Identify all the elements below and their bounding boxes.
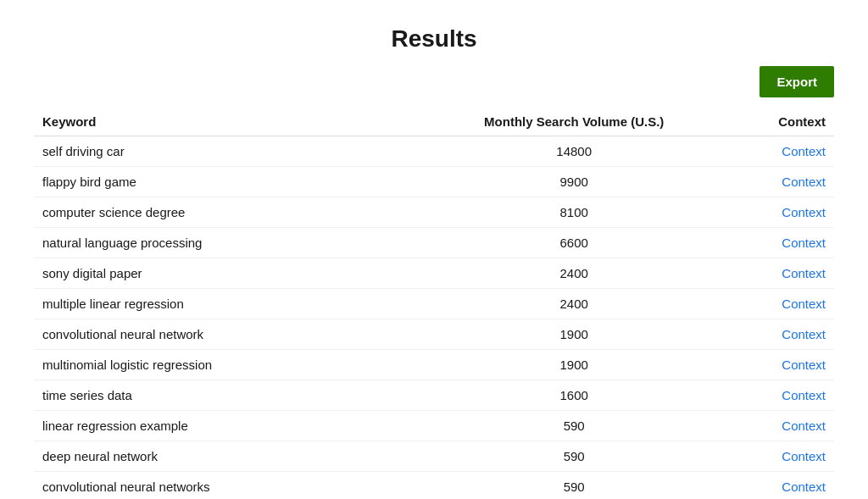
cell-volume: 1900 (474, 350, 674, 380)
cell-context[interactable]: Context (674, 319, 834, 350)
cell-keyword: multinomial logistic regression (34, 350, 474, 380)
page-title: Results (34, 17, 834, 53)
cell-keyword: natural language processing (34, 228, 474, 258)
cell-keyword: linear regression example (34, 411, 474, 441)
table-row: sony digital paper2400Context (34, 258, 834, 289)
cell-context[interactable]: Context (674, 289, 834, 319)
cell-volume: 590 (474, 411, 674, 441)
cell-keyword: sony digital paper (34, 258, 474, 289)
table-header-row: Keyword Monthly Search Volume (U.S.) Con… (34, 108, 834, 136)
cell-keyword: computer science degree (34, 197, 474, 228)
header-keyword: Keyword (34, 108, 474, 136)
cell-keyword: flappy bird game (34, 167, 474, 197)
context-link[interactable]: Context (782, 449, 826, 463)
context-link[interactable]: Context (782, 266, 826, 280)
toolbar: Export (34, 66, 834, 97)
cell-volume: 1900 (474, 319, 674, 350)
cell-keyword: convolutional neural networks (34, 472, 474, 500)
header-context: Context (674, 108, 834, 136)
table-row: flappy bird game9900Context (34, 167, 834, 197)
context-link[interactable]: Context (782, 419, 826, 433)
cell-context[interactable]: Context (674, 380, 834, 411)
cell-context[interactable]: Context (674, 228, 834, 258)
page-container: Results Export Keyword Monthly Search Vo… (0, 0, 868, 499)
cell-context[interactable]: Context (674, 441, 834, 472)
cell-keyword: multiple linear regression (34, 289, 474, 319)
cell-volume: 8100 (474, 197, 674, 228)
table-row: multinomial logistic regression1900Conte… (34, 350, 834, 380)
table-row: multiple linear regression2400Context (34, 289, 834, 319)
context-link[interactable]: Context (782, 205, 826, 219)
context-link[interactable]: Context (782, 327, 826, 341)
cell-volume: 9900 (474, 167, 674, 197)
context-link[interactable]: Context (782, 144, 826, 158)
cell-volume: 2400 (474, 258, 674, 289)
context-link[interactable]: Context (782, 297, 826, 311)
cell-keyword: self driving car (34, 136, 474, 167)
context-link[interactable]: Context (782, 480, 826, 494)
cell-context[interactable]: Context (674, 350, 834, 380)
cell-keyword: deep neural network (34, 441, 474, 472)
cell-context[interactable]: Context (674, 411, 834, 441)
cell-context[interactable]: Context (674, 472, 834, 500)
cell-context[interactable]: Context (674, 258, 834, 289)
cell-volume: 14800 (474, 136, 674, 167)
table-row: convolutional neural network1900Context (34, 319, 834, 350)
cell-volume: 1600 (474, 380, 674, 411)
context-link[interactable]: Context (782, 175, 826, 189)
cell-keyword: convolutional neural network (34, 319, 474, 350)
cell-context[interactable]: Context (674, 136, 834, 167)
table-body: self driving car14800Contextflappy bird … (34, 136, 834, 500)
cell-volume: 590 (474, 472, 674, 500)
cell-volume: 2400 (474, 289, 674, 319)
table-row: computer science degree8100Context (34, 197, 834, 228)
cell-context[interactable]: Context (674, 197, 834, 228)
cell-volume: 590 (474, 441, 674, 472)
context-link[interactable]: Context (782, 358, 826, 372)
header-volume: Monthly Search Volume (U.S.) (474, 108, 674, 136)
context-link[interactable]: Context (782, 388, 826, 402)
results-table: Keyword Monthly Search Volume (U.S.) Con… (34, 108, 834, 499)
table-row: time series data1600Context (34, 380, 834, 411)
table-row: linear regression example590Context (34, 411, 834, 441)
table-row: convolutional neural networks590Context (34, 472, 834, 500)
table-row: self driving car14800Context (34, 136, 834, 167)
table-row: deep neural network590Context (34, 441, 834, 472)
cell-context[interactable]: Context (674, 167, 834, 197)
context-link[interactable]: Context (782, 236, 826, 250)
cell-keyword: time series data (34, 380, 474, 411)
export-button[interactable]: Export (760, 66, 834, 97)
table-row: natural language processing6600Context (34, 228, 834, 258)
cell-volume: 6600 (474, 228, 674, 258)
